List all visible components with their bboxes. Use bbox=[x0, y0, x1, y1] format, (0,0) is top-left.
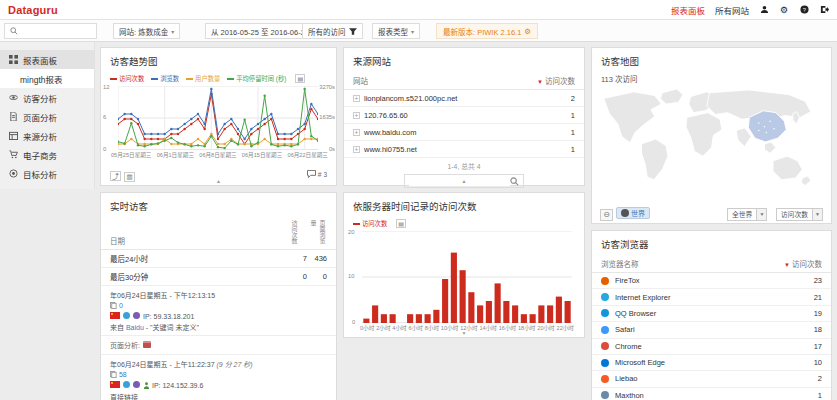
trend-x-axis-labels: 05月25日星期三06月1日星期三06月8日星期三06月15日星期三06月22日… bbox=[111, 151, 328, 159]
world-view-button[interactable]: 世界 bbox=[616, 207, 650, 219]
x-axis-tick: 2小时 bbox=[376, 324, 390, 332]
col-visits[interactable]: 访问次数 bbox=[792, 260, 822, 269]
segment-selector[interactable]: 所有的访问 bbox=[302, 23, 363, 39]
legend-item-visits[interactable]: 访问次数 bbox=[353, 219, 387, 228]
browser-icon bbox=[123, 312, 130, 319]
toolbar: 网站: 炼数成金▾ 从 2016-05-25 至 2016-06-24 所有的访… bbox=[0, 20, 837, 42]
map-visits-label: 113 次访问 bbox=[592, 73, 831, 84]
baidu-link[interactable]: Baidu bbox=[126, 324, 144, 331]
dashboard-link[interactable]: 报表面板 bbox=[671, 4, 705, 16]
search-input[interactable] bbox=[21, 26, 91, 37]
annotations-toggle[interactable]: #3 bbox=[307, 170, 327, 178]
zoom-out-icon[interactable]: ⊖ bbox=[600, 209, 613, 221]
page-analysis-label: 页面分析: bbox=[110, 340, 140, 350]
x-axis-tick: 6小时 bbox=[409, 324, 423, 332]
world-map-svg bbox=[598, 85, 825, 197]
pages-count: 0 bbox=[119, 302, 123, 309]
sidebar-item-dashboard[interactable]: 报表面板 bbox=[0, 50, 94, 69]
sidebar-item-referrers[interactable]: 来源分析 bbox=[0, 126, 94, 145]
export-icon[interactable]: ⤴ bbox=[110, 171, 121, 181]
col-pageviews: 页面浏览量 bbox=[309, 220, 327, 246]
version-notice[interactable]: 最新版本: PIWIK 2.16.1⚙ bbox=[436, 23, 538, 39]
report-type-selector[interactable]: 报表类型▾ bbox=[372, 23, 420, 39]
chevron-down-icon: ▾ bbox=[411, 28, 414, 35]
collapse-caret[interactable]: ▲ bbox=[216, 178, 221, 184]
sidebar-item-visitors[interactable]: 访客分析 bbox=[0, 88, 94, 107]
x-axis-tick: 16小时 bbox=[499, 324, 516, 332]
sidebar-item-goals[interactable]: 目标分析 bbox=[0, 164, 94, 183]
referrer-line: 直接链接 bbox=[110, 392, 327, 400]
y-axis-tick: 0 bbox=[352, 319, 355, 325]
table-row[interactable]: +www.baidu.com1 bbox=[344, 124, 584, 141]
table-row[interactable]: QQ Browser19 bbox=[592, 306, 831, 322]
page-icon[interactable] bbox=[143, 341, 151, 348]
expand-icon[interactable]: + bbox=[353, 112, 360, 119]
legend-item-duration[interactable]: 平均停留时间 (秒) bbox=[227, 74, 286, 83]
visited-page-icons[interactable] bbox=[143, 341, 154, 349]
col-browser-name[interactable]: 浏览器名称 bbox=[601, 258, 639, 269]
legend-item-visits[interactable]: 访问次数 bbox=[110, 74, 144, 83]
user-icon[interactable] bbox=[759, 5, 769, 15]
col-visits: 访问次数 bbox=[290, 220, 299, 246]
expand-icon[interactable]: + bbox=[353, 146, 360, 153]
table-search-input[interactable] bbox=[409, 177, 510, 186]
chevron-down-icon: ▼ bbox=[812, 209, 822, 220]
global-search[interactable] bbox=[4, 23, 97, 39]
legend-item-pageviews[interactable]: 浏览数 bbox=[151, 74, 179, 83]
table-row[interactable]: +www.hi0755.net1 bbox=[344, 141, 584, 158]
table-row[interactable]: Microsoft Edge10 bbox=[592, 355, 831, 371]
firefox-icon bbox=[601, 277, 609, 285]
legend-item-users[interactable]: 用户数量 bbox=[186, 74, 220, 83]
trend-legend: 访问次数 浏览数 用户数量 平均停留时间 (秒) ▤ bbox=[101, 73, 336, 84]
safari-icon bbox=[601, 326, 609, 334]
signout-icon[interactable] bbox=[819, 5, 829, 15]
panel-title: 实时访客 bbox=[101, 193, 336, 218]
sidebar-item-label: 电子商务 bbox=[23, 149, 57, 161]
bar-chart-svg bbox=[362, 231, 572, 323]
x-axis-tick: 4小时 bbox=[392, 324, 406, 332]
sidebar-item-pages[interactable]: 页面分析 bbox=[0, 107, 94, 126]
collapse-caret[interactable]: ▼ bbox=[462, 330, 467, 336]
export-image-icon[interactable]: ▤ bbox=[295, 74, 305, 83]
world-map[interactable] bbox=[598, 85, 825, 201]
os-icon bbox=[133, 312, 140, 319]
table-row[interactable]: +lionplancom.s521.000pc.net2 bbox=[344, 90, 584, 107]
china-flag-icon bbox=[110, 381, 120, 388]
table-row[interactable]: Internet Explorer21 bbox=[592, 289, 831, 305]
report-type-label: 报表类型 bbox=[378, 26, 408, 37]
x-axis-tick: 14小时 bbox=[479, 324, 496, 332]
help-icon[interactable]: ? bbox=[799, 5, 809, 15]
collapse-caret[interactable]: ▲ bbox=[462, 178, 467, 184]
region-select[interactable]: 全世界▼ bbox=[727, 208, 767, 221]
col-website[interactable]: 网站 bbox=[353, 75, 368, 86]
table-row[interactable]: FireTox23 bbox=[592, 273, 831, 289]
expand-icon[interactable]: + bbox=[353, 95, 360, 102]
table-row[interactable]: +120.76.65.601 bbox=[344, 107, 584, 124]
table-row[interactable]: Safari18 bbox=[592, 322, 831, 338]
all-sites-link[interactable]: 所有网站 bbox=[715, 4, 749, 16]
expand-icon[interactable]: + bbox=[353, 129, 360, 136]
col-visits[interactable]: 访问次数 bbox=[545, 77, 575, 86]
x-axis-tick: 06月8日星期三 bbox=[199, 151, 236, 159]
table-row[interactable]: Liebao2 bbox=[592, 371, 831, 387]
search-icon[interactable] bbox=[510, 177, 519, 186]
pages-count-icon bbox=[110, 371, 117, 379]
gear-icon[interactable]: ⚙ bbox=[779, 5, 789, 15]
hourly-bar-chart: 20 10 0 bbox=[362, 231, 570, 323]
globe-icon bbox=[621, 209, 629, 217]
funnel-icon bbox=[349, 28, 357, 35]
table-row[interactable]: Maxthon1 bbox=[592, 388, 831, 400]
bar-x-axis-labels: 0小时2小时4小时6小时8小时10小时12小时14小时16小时18小时20小时2… bbox=[360, 324, 574, 332]
export-image-icon[interactable]: ▤ bbox=[396, 219, 406, 228]
site-selector[interactable]: 网站: 炼数成金▾ bbox=[113, 23, 180, 39]
image-icon[interactable]: ▥ bbox=[124, 172, 135, 182]
main-content: 报表面板 mingth报表 访客分析 页面分析 来源分析 电子商务 bbox=[0, 42, 837, 400]
china-flag-icon bbox=[110, 312, 120, 319]
trend-chart: 12 6 0 3270s 1635s 0s bbox=[118, 86, 316, 150]
sidebar-item-mingth-report[interactable]: mingth报表 bbox=[0, 69, 94, 88]
sort-desc-icon: ▼ bbox=[537, 79, 543, 85]
sidebar-item-ecommerce[interactable]: 电子商务 bbox=[0, 145, 94, 164]
metric-select[interactable]: 访问次数▼ bbox=[776, 208, 823, 221]
table-row[interactable]: Chrome17 bbox=[592, 339, 831, 355]
sidebar-item-label: 报表面板 bbox=[23, 54, 57, 66]
